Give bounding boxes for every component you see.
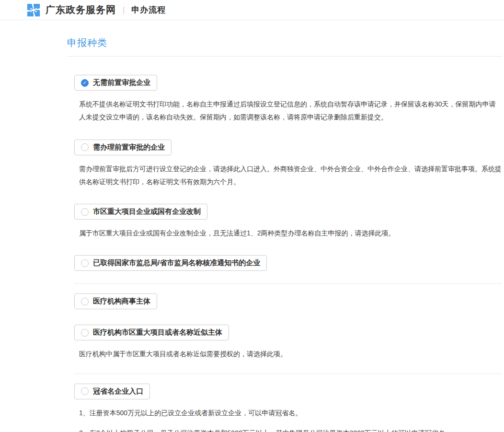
option-radio-button[interactable]: ✓ 无需前置审批企业 [74, 75, 157, 91]
radio-icon[interactable] [81, 298, 89, 305]
option-group: 冠省名企业入口 1、注册资本500万元以上的已设立企业或者新设立企业，可以申请冠… [74, 384, 502, 432]
header-separator: | [123, 6, 125, 14]
option-descriptions: 医疗机构中属于市区重大项目或者名称近似需要授权的，请选择此项。 [74, 348, 502, 361]
option-label: 医疗机构市区重大项目或者名称近似主体 [93, 328, 222, 337]
pinwheel-logo-icon [26, 3, 41, 17]
option-description: 系统不提供名称证明文书打印功能，名称自主申报通过后填报设立登记信息的，系统自动暂… [79, 98, 502, 124]
option-description: 需办理前置审批后方可进行设立登记的企业，请选择此入口进入。外商独资企业、中外合资… [79, 163, 502, 189]
option-label: 医疗机构商事主体 [93, 297, 150, 306]
option-group: 市区重大项目企业或国有企业改制 属于市区重大项目企业或国有企业改制企业，且无法通… [74, 204, 502, 240]
option-group: 医疗机构商事主体 [74, 293, 502, 309]
option-description: 1、注册资本500万元以上的已设立企业或者新设立企业，可以申请冠省名。 [79, 407, 502, 420]
option-radio-button[interactable]: 市区重大项目企业或国有企业改制 [74, 204, 207, 220]
radio-icon[interactable] [81, 387, 89, 395]
option-description: 属于市区重大项目企业或国有企业改制企业，且无法通过1、2两种类型办理名称自主申报… [79, 227, 502, 240]
site-title: 广东政务服务网 [46, 3, 116, 16]
option-radio-button[interactable]: 冠省名企业入口 [74, 384, 150, 399]
option-radio-button[interactable]: 医疗机构市区重大项目或者名称近似主体 [74, 325, 229, 340]
option-descriptions: 系统不提供名称证明文书打印功能，名称自主申报通过后填报设立登记信息的，系统自动暂… [74, 98, 502, 124]
main-content: 申报种类 ✓ 无需前置审批企业 系统不提供名称证明文书打印功能，名称自主申报通过… [67, 36, 502, 432]
option-label: 需办理前置审批的企业 [93, 143, 165, 152]
option-description: 医疗机构中属于市区重大项目或者名称近似需要授权的，请选择此项。 [79, 348, 502, 361]
site-header: 广东政务服务网 | 申办流程 [0, 0, 504, 20]
option-label: 已取得国家市监总局/省市监局名称核准通知书的企业 [93, 258, 260, 268]
option-descriptions: 1、注册资本500万元以上的已设立企业或者新设立企业，可以申请冠省名。2、有3个… [74, 407, 502, 432]
option-group: ✓ 无需前置审批企业 系统不提供名称证明文书打印功能，名称自主申报通过后填报设立… [74, 75, 502, 124]
radio-icon[interactable] [81, 259, 89, 267]
option-radio-button[interactable]: 医疗机构商事主体 [74, 293, 157, 309]
radio-icon[interactable] [81, 143, 89, 151]
option-descriptions: 属于市区重大项目企业或国有企业改制企业，且无法通过1、2两种类型办理名称自主申报… [74, 227, 502, 240]
section-title: 申报种类 [67, 36, 502, 57]
option-label: 冠省名企业入口 [93, 387, 143, 396]
option-radio-button[interactable]: 需办理前置审批的企业 [74, 140, 172, 155]
option-group: 已取得国家市监总局/省市监局名称核准通知书的企业 [74, 255, 502, 271]
option-description: 2、有3个以上控股子公司，母子公司注册资本总和5000万元以上，其中集团母公司注… [79, 427, 502, 432]
header-page-title: 申办流程 [131, 4, 166, 15]
radio-checked-icon[interactable]: ✓ [81, 79, 89, 87]
option-group: 需办理前置审批的企业 需办理前置审批后方可进行设立登记的企业，请选择此入口进入。… [74, 140, 502, 189]
option-group: 医疗机构市区重大项目或者名称近似主体 医疗机构中属于市区重大项目或者名称近似需要… [74, 325, 502, 361]
option-radio-button[interactable]: 已取得国家市监总局/省市监局名称核准通知书的企业 [74, 255, 267, 271]
options-list: ✓ 无需前置审批企业 系统不提供名称证明文书打印功能，名称自主申报通过后填报设立… [67, 75, 502, 432]
radio-icon[interactable] [81, 329, 89, 337]
option-label: 无需前置审批企业 [93, 78, 150, 87]
option-label: 市区重大项目企业或国有企业改制 [93, 207, 201, 216]
option-descriptions: 需办理前置审批后方可进行设立登记的企业，请选择此入口进入。外商独资企业、中外合资… [74, 163, 502, 189]
section-divider [74, 374, 502, 374]
section-divider [74, 283, 502, 284]
radio-icon[interactable] [81, 208, 89, 216]
